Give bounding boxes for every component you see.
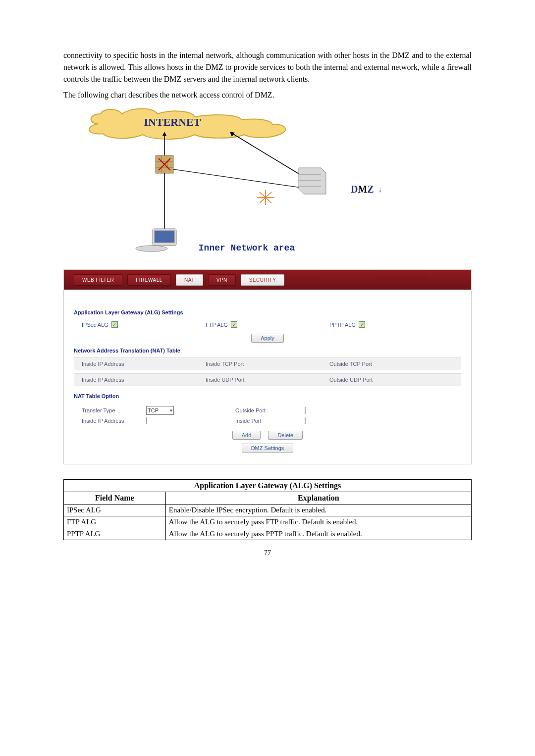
outside-port-label: Outside Port [235, 407, 295, 413]
col-outside-udp: Outside UDP Port [329, 377, 453, 383]
nat-table-title: Network Address Translation (NAT) Table [74, 348, 461, 353]
tab-web-filter[interactable]: WEB FILTER [74, 274, 122, 286]
arrow-dmz-to-internet [232, 133, 301, 175]
col-outside-tcp: Outside TCP Port [329, 361, 453, 367]
defs-row-expl: Allow the ALG to securely pass PPTP traf… [165, 528, 471, 540]
defs-row-expl: Enable/Disable IPSec encryption. Default… [165, 504, 471, 516]
dmz-diagram: INTERNET [73, 106, 472, 259]
outside-port-input[interactable] [305, 407, 306, 414]
inside-port-input[interactable] [305, 417, 306, 424]
config-panel: WEB FILTER FIREWALL NAT VPN SECURITY App… [63, 269, 472, 464]
col-inside-ip: Inside IP Address [82, 361, 206, 367]
tab-vpn[interactable]: VPN [208, 274, 236, 286]
computer-icon [136, 229, 176, 252]
tab-security[interactable]: SECURITY [241, 274, 285, 286]
nat-table-header-udp: Inside IP Address Inside UDP Port Outsid… [74, 373, 461, 386]
inside-ip-label: Inside IP Address [82, 418, 136, 424]
tab-firewall[interactable]: FIREWALL [127, 274, 171, 286]
defs-row-name: IPSec ALG [64, 504, 166, 516]
defs-hdr-expl: Explanation [165, 492, 471, 504]
dmz-settings-button[interactable]: DMZ Settings [242, 444, 294, 453]
server-icon [299, 168, 326, 194]
inner-network-label: Inner Network area [199, 243, 295, 253]
definitions-table: Application Layer Gateway (ALG) Settings… [63, 479, 472, 540]
body-paragraph-2: The following chart describes the networ… [63, 89, 472, 101]
ipsec-alg-checkbox[interactable]: ✓ [111, 321, 118, 328]
inside-port-label: Inside Port [235, 418, 295, 424]
transfer-type-select[interactable]: TCP [146, 406, 174, 415]
svg-rect-18 [155, 231, 174, 243]
delete-button[interactable]: Delete [268, 431, 303, 440]
pptp-alg-label: PPTP ALG [329, 322, 356, 328]
page-number: 77 [63, 549, 472, 557]
defs-hdr-field: Field Name [64, 492, 166, 504]
internet-label: INTERNET [144, 116, 201, 128]
tab-nat[interactable]: NAT [176, 274, 203, 286]
line-router-to-dmz [173, 169, 301, 188]
nat-table-header-tcp: Inside IP Address Inside TCP Port Outsid… [74, 357, 461, 370]
defs-row-name: PPTP ALG [64, 528, 166, 540]
col-inside-ip-2: Inside IP Address [82, 377, 206, 383]
allowed-star-icon [257, 190, 274, 205]
nat-option-title: NAT Table Option [74, 393, 461, 399]
ftp-alg-checkbox[interactable]: ✓ [231, 321, 237, 328]
alg-section-title: Application Layer Gateway (ALG) Settings [74, 309, 461, 315]
tab-bar: WEB FILTER FIREWALL NAT VPN SECURITY [64, 270, 471, 290]
body-paragraph-1: connectivity to specific hosts in the in… [63, 50, 472, 85]
col-inside-tcp: Inside TCP Port [206, 361, 329, 367]
table-row: IPSec ALG Enable/Disable IPSec encryptio… [64, 504, 472, 516]
table-row: FTP ALG Allow the ALG to securely pass F… [64, 516, 472, 528]
defs-row-name: FTP ALG [64, 516, 166, 528]
pptp-alg-checkbox[interactable]: ✓ [359, 321, 365, 328]
add-button[interactable]: Add [232, 431, 261, 440]
ipsec-alg-label: IPSec ALG [82, 322, 108, 328]
ftp-alg-label: FTP ALG [206, 322, 228, 328]
table-row: PPTP ALG Allow the ALG to securely pass … [64, 528, 472, 540]
col-inside-udp: Inside UDP Port [206, 377, 329, 383]
dmz-label: DMZ area [351, 184, 380, 195]
svg-point-19 [136, 246, 167, 252]
transfer-type-label: Transfer Type [82, 407, 136, 413]
apply-button[interactable]: Apply [251, 334, 284, 343]
inside-ip-input[interactable] [146, 417, 147, 424]
defs-row-expl: Allow the ALG to securely pass FTP traff… [165, 516, 471, 528]
defs-title: Application Layer Gateway (ALG) Settings [64, 480, 472, 492]
